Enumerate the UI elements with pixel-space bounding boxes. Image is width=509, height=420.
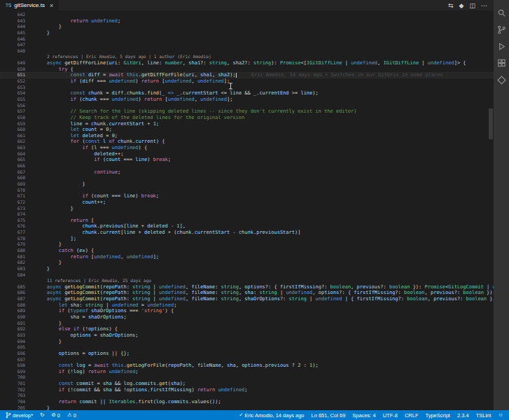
line-number[interactable]: 699	[0, 369, 35, 375]
indentation[interactable]: Spaces: 4	[352, 412, 375, 419]
tslint-status[interactable]: TSLint	[476, 412, 491, 419]
line-number[interactable]: 645	[0, 30, 35, 36]
encoding[interactable]: UTF-8	[383, 412, 398, 419]
code-line[interactable]: 705 }	[0, 405, 494, 410]
line-number[interactable]: 680	[0, 248, 35, 254]
line-number[interactable]: 660	[0, 127, 35, 133]
line-number[interactable]: 674	[0, 211, 35, 218]
code-line[interactable]: 661 let deleted = 0;	[0, 133, 494, 139]
code-line[interactable]: 675 return [	[0, 218, 494, 224]
codelens-row[interactable]: 11 references | Eric Amodio, 25 days ago	[0, 278, 494, 284]
line-number[interactable]: 668	[0, 175, 35, 181]
line-number[interactable]: 683	[0, 266, 35, 272]
line-number[interactable]: 681	[0, 254, 35, 260]
code-line[interactable]: 668	[0, 175, 494, 181]
open-changes-action-icon[interactable]: ⇆	[448, 2, 454, 9]
code-line[interactable]: 666	[0, 163, 494, 169]
line-number[interactable]: 667	[0, 169, 35, 176]
line-number[interactable]: 682	[0, 260, 35, 266]
code-line[interactable]: 676 chunk.previous[line + deleted - 1],	[0, 223, 494, 230]
gitlens-action-icon[interactable]: ◆	[459, 2, 464, 9]
extension-version[interactable]: 2.3.4	[457, 412, 469, 419]
line-number[interactable]: 679	[0, 241, 35, 248]
line-number[interactable]: 686	[0, 290, 35, 296]
code-line[interactable]: 667 continue;	[0, 169, 494, 176]
language-mode[interactable]: TypeScript	[426, 412, 450, 419]
code-line[interactable]: 674	[0, 211, 494, 218]
code-line[interactable]: 673 }	[0, 206, 494, 212]
code-line[interactable]: 647	[0, 42, 494, 48]
line-number[interactable]: 677	[0, 230, 35, 236]
code-line[interactable]: 680 catch (ex) {	[0, 248, 494, 254]
line-number[interactable]: 694	[0, 339, 35, 345]
code-line[interactable]: 693 options = shaOrOptions;	[0, 332, 494, 339]
line-number[interactable]: 700	[0, 374, 35, 381]
code-line[interactable]: 700	[0, 374, 494, 381]
tab-gitservice-ts[interactable]: TS gitService.ts ×	[0, 0, 59, 10]
line-number[interactable]: 695	[0, 344, 35, 351]
line-number[interactable]: 672	[0, 200, 35, 206]
code-line[interactable]: 689 if (typeof shaOrOptions === 'string'…	[0, 308, 494, 314]
code-line[interactable]: 651 const diff = await this.getDiffForFi…	[0, 72, 494, 78]
line-number[interactable]: 647	[0, 42, 35, 48]
code-line[interactable]: 672 count++;	[0, 200, 494, 206]
line-number[interactable]: 702	[0, 387, 35, 393]
line-number[interactable]	[0, 278, 35, 284]
line-number[interactable]: 644	[0, 24, 35, 30]
line-number[interactable]: 701	[0, 381, 35, 387]
line-number[interactable]: 673	[0, 206, 35, 212]
code-line[interactable]: 669 }	[0, 181, 494, 188]
gitlens-commit-status[interactable]: ✓Eric Amodio, 14 days ago	[239, 412, 304, 419]
code-line[interactable]: 698 const log = await this.getLogForFile…	[0, 363, 494, 369]
code-line[interactable]: 671 if (count === line) break;	[0, 193, 494, 200]
line-number[interactable]: 665	[0, 157, 35, 163]
code-line[interactable]: 697	[0, 357, 494, 363]
search-icon[interactable]	[497, 8, 506, 18]
line-number[interactable]: 651	[0, 72, 35, 78]
extensions-icon[interactable]	[497, 59, 506, 68]
line-number[interactable]: 704	[0, 399, 35, 405]
line-number[interactable]: 653	[0, 85, 35, 91]
code-line[interactable]: 677 chunk.current[line + deleted + (chun…	[0, 230, 494, 236]
code-line[interactable]: 686 async getLogCommit(repoPath: string …	[0, 290, 494, 296]
code-line[interactable]: 687 async getLogCommit(repoPath: string …	[0, 296, 494, 302]
line-number[interactable]: 669	[0, 181, 35, 188]
code-line[interactable]: 683 }	[0, 266, 494, 272]
line-number[interactable]: 675	[0, 218, 35, 224]
code-line[interactable]: 699 if (!log) return undefined;	[0, 369, 494, 375]
debug-icon[interactable]	[497, 42, 506, 51]
close-tab-icon[interactable]: ×	[50, 2, 53, 9]
line-number[interactable]: 697	[0, 357, 35, 363]
line-number[interactable]: 690	[0, 314, 35, 321]
line-number[interactable]: 642	[0, 12, 35, 18]
line-number[interactable]: 663	[0, 145, 35, 151]
code-line[interactable]: 696 options = options || {};	[0, 351, 494, 357]
code-line[interactable]: 643 return undefined;	[0, 18, 494, 24]
code-line[interactable]: 694 }	[0, 339, 494, 345]
line-number[interactable]: 676	[0, 223, 35, 230]
line-number[interactable]: 664	[0, 151, 35, 158]
split-editor-action-icon[interactable]: ◫	[469, 2, 475, 9]
code-line[interactable]: 649 async getDiffForLine(uri: GitUri, li…	[0, 60, 494, 66]
code-line[interactable]: 656	[0, 103, 494, 109]
eol[interactable]: CRLF	[405, 412, 419, 419]
line-number[interactable]: 703	[0, 393, 35, 399]
code-line[interactable]: 684	[0, 272, 494, 279]
code-line[interactable]: 678 ];	[0, 236, 494, 242]
line-number[interactable]: 670	[0, 188, 35, 194]
code-line[interactable]: 681 return [undefined, undefined];	[0, 254, 494, 260]
line-number[interactable]: 648	[0, 48, 35, 55]
codelens-row[interactable]: 2 references | Eric Amodio, 5 days ago |…	[0, 54, 494, 60]
line-number[interactable]: 646	[0, 36, 35, 43]
line-number[interactable]: 688	[0, 302, 35, 309]
codelens-text[interactable]: 11 references | Eric Amodio, 25 days ago	[35, 278, 494, 284]
code-line[interactable]: 659 line = chunk.currentStart + 1;	[0, 121, 494, 127]
code-line[interactable]: 642	[0, 12, 494, 18]
line-number[interactable]: 649	[0, 60, 35, 66]
line-number[interactable]: 654	[0, 90, 35, 97]
line-number[interactable]: 698	[0, 363, 35, 369]
error-count[interactable]: ⊘0	[52, 412, 60, 419]
code-line[interactable]: 701 const commit = sha && log.commits.ge…	[0, 381, 494, 387]
line-number[interactable]: 650	[0, 66, 35, 73]
code-line[interactable]: 688 let sha: string | undefined = undefi…	[0, 302, 494, 309]
